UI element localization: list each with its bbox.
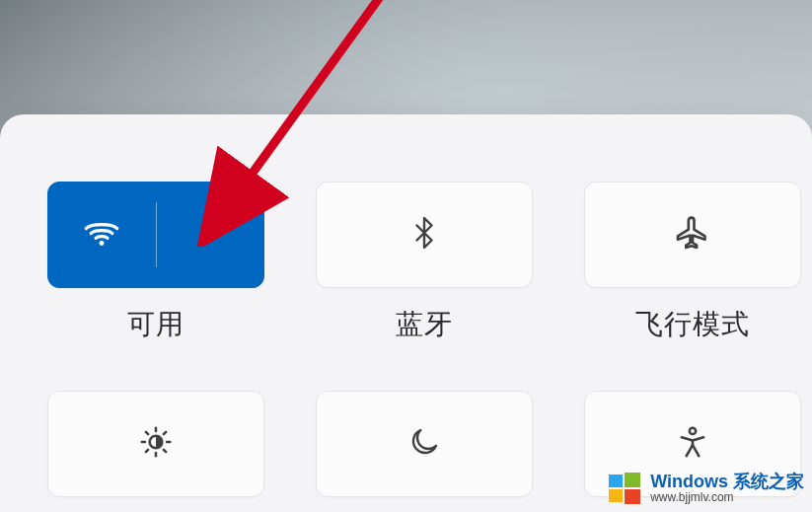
bluetooth-label: 蓝牙 [396, 306, 453, 343]
airplane-tile-group: 飞行模式 [584, 182, 801, 343]
svg-rect-5 [609, 475, 623, 487]
night-light-tile-group [316, 391, 533, 497]
chevron-right-icon [198, 221, 222, 249]
bluetooth-tile-group: 蓝牙 [316, 182, 533, 343]
svg-point-2 [690, 428, 696, 434]
brightness-tile-group [47, 391, 264, 497]
svg-rect-8 [625, 489, 640, 504]
quick-settings-panel: 可用 蓝牙 飞行模式 [0, 114, 812, 512]
watermark: Windows 系统之家 www.bjjmlv.com [607, 471, 804, 506]
brightness-tile[interactable] [47, 391, 264, 497]
quick-settings-row-1: 可用 蓝牙 飞行模式 [47, 182, 765, 343]
wifi-tile-group: 可用 [47, 182, 264, 343]
wifi-label: 可用 [127, 306, 185, 343]
watermark-title: Windows 系统之家 [650, 473, 804, 492]
svg-point-0 [100, 241, 105, 246]
wifi-expand-half[interactable] [157, 183, 264, 287]
accessibility-icon [674, 423, 711, 465]
wifi-icon [81, 212, 122, 257]
wifi-toggle-half[interactable] [48, 183, 156, 287]
moon-icon [406, 424, 442, 464]
airplane-icon [673, 213, 712, 256]
svg-rect-7 [609, 489, 623, 502]
wifi-tile[interactable] [47, 182, 264, 288]
night-light-tile[interactable] [316, 391, 533, 497]
airplane-label: 飞行模式 [635, 306, 750, 343]
airplane-tile[interactable] [584, 182, 801, 288]
watermark-text: Windows 系统之家 www.bjjmlv.com [650, 473, 804, 505]
watermark-url: www.bjjmlv.com [650, 491, 804, 504]
svg-rect-6 [625, 473, 640, 487]
brightness-icon [137, 423, 175, 465]
bluetooth-icon [406, 215, 442, 255]
bluetooth-tile[interactable] [316, 182, 533, 288]
windows-logo-icon [607, 471, 642, 506]
